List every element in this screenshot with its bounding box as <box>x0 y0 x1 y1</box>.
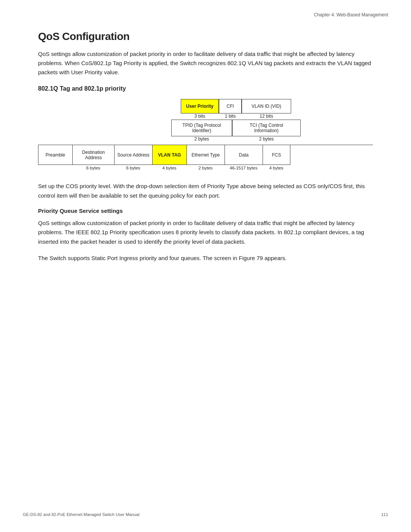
data-bytes: 46-1517 bytes <box>225 166 263 170</box>
fcs-cell: FCS <box>263 145 290 165</box>
body2-text: QoS settings allow customization of pack… <box>38 219 373 247</box>
tci-box: TCI (Tag Control Information) <box>232 120 301 136</box>
tci-bytes: 2 bytes <box>232 136 301 142</box>
tpid-box: TPID (Tag Protocol Identifier) <box>171 120 232 136</box>
preamble-cell: Preamble <box>38 145 73 165</box>
after-diagram-text: Set up the COS priority level. With the … <box>38 182 373 201</box>
dest-bytes: 6 bytes <box>72 166 114 170</box>
section2-title: Priority Queue Service settings <box>38 208 373 214</box>
intro-text: QoS settings allow customization of pack… <box>38 50 373 77</box>
bits-row: 3 bits 1 bits 12 bits <box>99 113 373 119</box>
frame-row: Preamble Destination Address Source Addr… <box>38 145 373 165</box>
data-cell: Data <box>225 145 263 165</box>
user-priority-cell: User Priority <box>181 99 219 113</box>
vlan-bytes: 4 bytes <box>152 166 186 170</box>
source-address-cell: Source Address <box>115 145 153 165</box>
fcs-bytes: 4 bytes <box>263 166 290 170</box>
footer: GE-DS-82 and 82-PoE Ethernet Managed Swi… <box>0 512 411 517</box>
footer-left: GE-DS-82 and 82-PoE Ethernet Managed Swi… <box>23 512 139 517</box>
body3-text: The Switch supports Static Port Ingress … <box>38 254 373 263</box>
ethernet-type-cell: Ethernet Type <box>187 145 225 165</box>
bits-cfi: 1 bits <box>219 113 242 119</box>
source-bytes: 6 bytes <box>114 166 152 170</box>
tag-row: User Priority CFI VLAN ID (VID) <box>99 99 373 113</box>
vlan-tag-cell: VLAN TAG <box>153 145 187 165</box>
chapter-header: Chapter 4: Web-Based Management <box>314 12 388 18</box>
page-title: QoS Configuration <box>38 30 373 43</box>
frame-bytes-row: 6 bytes 6 bytes 4 bytes 2 bytes 46-1517 … <box>38 166 373 170</box>
tpid-tci-row: TPID (Tag Protocol Identifier) TCI (Tag … <box>99 120 373 136</box>
footer-right: 111 <box>381 512 388 517</box>
dest-address-cell: Destination Address <box>73 145 115 165</box>
bits-up: 3 bits <box>181 113 219 119</box>
tpid-bytes-row: 2 bytes 2 bytes <box>99 136 373 142</box>
section1-title: 802.1Q Tag and 802.1p priority <box>38 85 373 92</box>
eth-bytes: 2 bytes <box>186 166 225 170</box>
diagram-container: User Priority CFI VLAN ID (VID) 3 bits 1… <box>38 99 373 170</box>
tpid-bytes: 2 bytes <box>171 136 232 142</box>
bits-vlan: 12 bits <box>242 113 291 119</box>
vlan-id-cell: VLAN ID (VID) <box>242 99 291 113</box>
cfi-cell: CFI <box>219 99 242 113</box>
